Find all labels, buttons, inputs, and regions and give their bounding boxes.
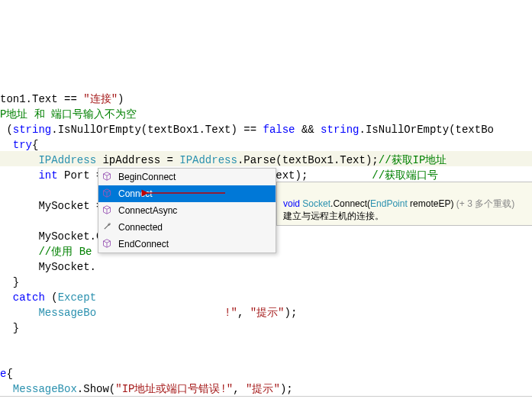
type: MessageBo	[38, 307, 96, 319]
code-text: }	[0, 276, 19, 288]
code-text: .Parse(textBox1.Text);	[237, 154, 379, 166]
code-text: .IsNullOrEmpty(textBox1.Text) ==	[51, 124, 263, 136]
code-text: );	[280, 383, 293, 395]
string-literal: !"	[224, 307, 237, 319]
keyword: string	[321, 124, 359, 136]
code-text: &&	[295, 124, 321, 136]
code-text: MySocket =	[0, 200, 109, 212]
code-text: ipAddress =	[96, 154, 179, 166]
intellisense-item-connect[interactable]: Connect	[98, 185, 276, 202]
intellisense-item-endconnect[interactable]: EndConnect	[98, 236, 276, 253]
intellisense-item-beginconnect[interactable]: BeginConnect	[98, 169, 276, 185]
comment: //使用 Be	[38, 246, 92, 258]
type: Except	[58, 291, 96, 304]
code-text: (	[0, 124, 13, 136]
code-text	[0, 291, 13, 304]
intellisense-popup[interactable]: BeginConnectConnectConnectAsyncConnected…	[98, 168, 276, 253]
string-literal: "提示"	[250, 307, 285, 319]
method-icon	[102, 238, 113, 249]
keyword: false	[263, 124, 295, 136]
code-text	[0, 154, 38, 166]
keyword: try	[13, 139, 32, 151]
type: MessageBox	[13, 383, 77, 395]
code-text	[0, 307, 38, 319]
code-text: {	[32, 139, 38, 151]
tooltip-keyword: void	[283, 198, 300, 209]
type: IPAddress	[38, 154, 96, 166]
code-text	[0, 169, 38, 182]
code-text	[0, 383, 13, 395]
intellisense-item-connectasync[interactable]: ConnectAsync	[98, 202, 276, 219]
comment: P地址 和 端口号输入不为空	[0, 108, 137, 121]
property-icon	[102, 221, 113, 232]
tooltip-type: EndPoint	[370, 198, 408, 209]
code-text: ,	[233, 383, 246, 395]
string-literal: "提示"	[246, 383, 280, 395]
intellisense-label: ConnectAsync	[118, 205, 177, 216]
keyword: int	[38, 169, 57, 182]
method-icon	[102, 188, 113, 198]
code-text	[0, 139, 13, 151]
comment: //获取IP地址	[379, 154, 447, 166]
code-text: (	[45, 291, 58, 304]
code-text: MySocket.	[0, 261, 96, 273]
code-text: ton1.Text ==	[0, 93, 77, 105]
code-text: .IsNullOrEmpty(textBo	[360, 124, 494, 136]
method-icon	[102, 171, 113, 182]
divider	[0, 396, 532, 397]
keyword: string	[13, 124, 51, 136]
method-icon	[102, 204, 113, 215]
tooltip-text: .Connect(	[330, 198, 370, 209]
string-literal: "IP地址或端口号错误!"	[115, 383, 233, 395]
code-text: .Show(	[77, 383, 115, 395]
string-literal: "连接"	[83, 93, 118, 105]
type: IPAddress	[179, 154, 237, 166]
tooltip-description: 建立与远程主机的连接。	[283, 211, 384, 221]
intellisense-label: Connect	[118, 188, 153, 199]
code-text: }	[0, 322, 19, 334]
tooltip-type: Socket	[302, 198, 330, 209]
code-text: ,	[237, 307, 250, 319]
tooltip-text: remoteEP)	[408, 198, 454, 209]
code-text	[0, 246, 38, 258]
comment: //获取端口号	[372, 169, 438, 182]
intellisense-label: EndConnect	[118, 239, 169, 249]
intellisense-item-connected[interactable]: Connected	[98, 219, 276, 236]
code-text: )	[118, 93, 124, 105]
signature-tooltip: void Socket.Connect(EndPoint remoteEP) (…	[276, 182, 532, 226]
keyword: catch	[13, 291, 45, 304]
tooltip-overloads: (+ 3 多个重载)	[453, 198, 517, 209]
code-text: );	[285, 307, 298, 319]
intellisense-label: Connected	[118, 222, 163, 233]
code-text: {	[6, 368, 12, 380]
intellisense-label: BeginConnect	[118, 172, 176, 182]
